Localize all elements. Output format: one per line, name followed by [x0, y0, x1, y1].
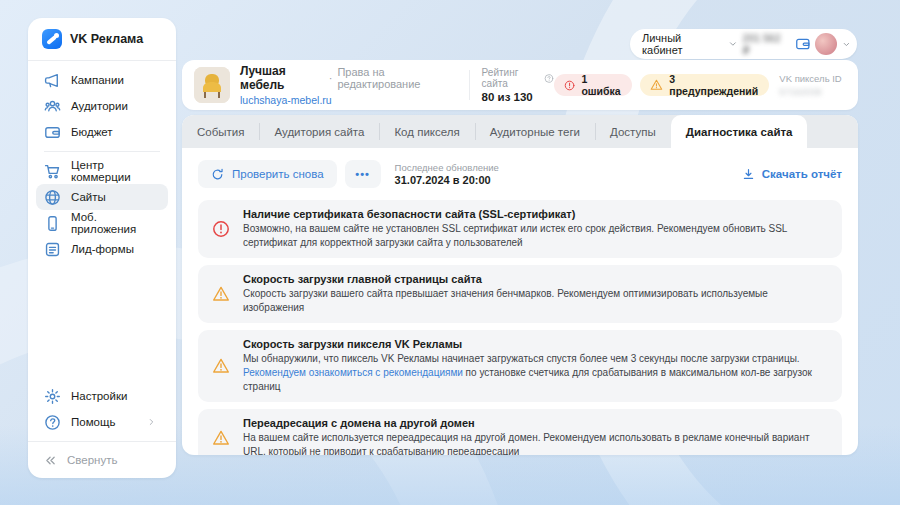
- tab-strip: События Аудитория сайта Код пикселя Ауди…: [182, 115, 858, 148]
- sidebar-item-label: Помощь: [71, 416, 115, 428]
- issue-text: Переадресация с домена на другой домен Н…: [243, 417, 828, 455]
- issue-title: Переадресация с домена на другой домен: [243, 417, 828, 429]
- status-badges: 1 ошибка 3 предупреждений: [554, 74, 769, 96]
- chevron-down-icon[interactable]: [728, 39, 738, 49]
- sidebar-item-label: Бюджет: [71, 126, 113, 138]
- refresh-icon: [211, 168, 224, 181]
- tab-site-audience[interactable]: Аудитория сайта: [259, 115, 379, 148]
- site-thumbnail: [194, 67, 230, 103]
- sidebar-item-label: Моб. приложения: [71, 211, 160, 235]
- site-rights-label: Права на редактирование: [337, 66, 456, 90]
- divider: [469, 70, 470, 100]
- lead-form-icon: [44, 241, 61, 258]
- recommendations-link[interactable]: Рекомендуем ознакомиться с рекомендациям…: [243, 367, 463, 378]
- vk-ads-app: VK Реклама Кампании Аудитории Бюджет Цен…: [0, 0, 900, 505]
- issue-body: Возможно, на вашем сайте не установлен S…: [243, 222, 828, 250]
- sidebar-item-settings[interactable]: Настройки: [36, 383, 168, 409]
- download-report-label: Скачать отчёт: [762, 168, 842, 180]
- topbar-account: Личный кабинет 201 562 ₽: [630, 29, 857, 59]
- sidebar-item-mobile-apps[interactable]: Моб. приложения: [36, 210, 168, 236]
- double-chevron-left-icon: [44, 454, 57, 467]
- tab-audience-tags[interactable]: Аудиторные теги: [475, 115, 595, 148]
- collapse-label: Свернуть: [67, 454, 117, 466]
- sidebar-item-label: Кампании: [71, 74, 124, 86]
- errors-badge-label: 1 ошибка: [581, 73, 622, 97]
- pixel-id-label: VK пиксель ID: [779, 73, 841, 84]
- issue-body: На вашем сайте используется переадресаци…: [243, 431, 828, 455]
- errors-badge[interactable]: 1 ошибка: [554, 74, 632, 96]
- issue-text: Скорость загрузки главной страницы сайта…: [243, 273, 828, 315]
- sidebar-item-budget[interactable]: Бюджет: [36, 119, 168, 145]
- tab-access[interactable]: Доступы: [595, 115, 671, 148]
- issue-title: Скорость загрузки главной страницы сайта: [243, 273, 828, 285]
- site-name: Лучшая мебель: [240, 64, 324, 92]
- wallet-icon: [44, 124, 61, 141]
- issue-pixel-load-speed[interactable]: Скорость загрузки пикселя VK Рекламы Мы …: [198, 330, 842, 402]
- gear-icon: [44, 388, 61, 405]
- brand-name: VK Реклама: [70, 32, 143, 46]
- warnings-badge-label: 3 предупреждений: [669, 73, 759, 97]
- issue-ssl-certificate[interactable]: Наличие сертификата безопасности сайта (…: [198, 200, 842, 258]
- smartphone-icon: [44, 215, 61, 232]
- cart-icon: [44, 163, 61, 180]
- warning-icon: [212, 429, 230, 447]
- diagnostics-toolbar: Проверить снова ••• Последнее обновление…: [198, 160, 842, 188]
- sidebar-item-help[interactable]: Помощь: [36, 409, 168, 435]
- rating-label: Рейтинг сайта: [482, 67, 541, 89]
- issue-domain-redirect[interactable]: Переадресация с домена на другой домен Н…: [198, 409, 842, 455]
- sidebar-item-label: Аудитории: [71, 100, 128, 112]
- more-actions-button[interactable]: •••: [345, 160, 381, 188]
- globe-icon: [44, 189, 61, 206]
- sidebar-item-label: Настройки: [71, 390, 127, 402]
- sidebar: VK Реклама Кампании Аудитории Бюджет Цен…: [28, 18, 176, 478]
- info-question-icon[interactable]: [544, 73, 554, 84]
- pixel-id-value: 57162038: [779, 86, 821, 97]
- sidebar-item-commerce-center[interactable]: Центр коммерции: [36, 158, 168, 184]
- vk-ads-logo-icon: [42, 29, 62, 49]
- issue-title: Наличие сертификата безопасности сайта (…: [243, 208, 828, 220]
- brand-logo[interactable]: VK Реклама: [28, 18, 176, 60]
- warning-icon: [650, 78, 663, 92]
- last-update-label: Последнее обновление: [395, 162, 499, 173]
- issue-text: Скорость загрузки пикселя VK Рекламы Мы …: [243, 338, 828, 394]
- rating-value: 80 из 130: [482, 91, 555, 103]
- diagnostics-panel: Проверить снова ••• Последнее обновление…: [182, 148, 858, 455]
- warnings-badge[interactable]: 3 предупреждений: [640, 74, 769, 96]
- vk-pixel-block: VK пиксель ID 57162038: [779, 73, 846, 97]
- chevron-down-icon[interactable]: [842, 40, 851, 49]
- sidebar-item-lead-forms[interactable]: Лид-формы: [36, 236, 168, 262]
- sidebar-nav: Кампании Аудитории Бюджет Центр коммерци…: [28, 61, 176, 262]
- site-url-link[interactable]: luchshaya-mebel.ru: [240, 94, 457, 106]
- sidebar-item-audiences[interactable]: Аудитории: [36, 93, 168, 119]
- collapse-sidebar-button[interactable]: Свернуть: [28, 442, 176, 478]
- check-again-button[interactable]: Проверить снова: [198, 160, 337, 188]
- main-content-card: События Аудитория сайта Код пикселя Ауди…: [182, 115, 858, 455]
- sidebar-bottom: Настройки Помощь: [28, 383, 176, 435]
- check-again-label: Проверить снова: [232, 168, 324, 180]
- chair-image: [194, 67, 230, 103]
- site-rating: Рейтинг сайта 80 из 130: [482, 67, 555, 103]
- download-icon: [742, 168, 755, 181]
- cabinet-selector[interactable]: Личный кабинет: [642, 32, 723, 56]
- site-info: Лучшая мебель · Права на редактирование …: [240, 64, 457, 106]
- tab-pixel-code[interactable]: Код пикселя: [379, 115, 474, 148]
- tab-events[interactable]: События: [182, 115, 259, 148]
- tab-site-diagnostics[interactable]: Диагностика сайта: [671, 115, 808, 148]
- last-update-value: 31.07.2024 в 20:00: [395, 174, 499, 186]
- issue-title: Скорость загрузки пикселя VK Рекламы: [243, 338, 828, 350]
- wallet-card-icon[interactable]: [795, 36, 811, 52]
- sidebar-item-campaigns[interactable]: Кампании: [36, 67, 168, 93]
- last-update: Последнее обновление 31.07.2024 в 20:00: [395, 162, 499, 186]
- megaphone-icon: [44, 72, 61, 89]
- account-balance: 201 562 ₽: [743, 32, 790, 56]
- site-header-card: Лучшая мебель · Права на редактирование …: [182, 60, 858, 110]
- sidebar-item-label: Лид-формы: [71, 243, 134, 255]
- audiences-icon: [44, 98, 61, 115]
- error-icon: [212, 220, 230, 238]
- question-circle-icon: [44, 414, 61, 431]
- issue-page-load-speed[interactable]: Скорость загрузки главной страницы сайта…: [198, 265, 842, 323]
- user-avatar[interactable]: [815, 33, 837, 55]
- sidebar-item-sites[interactable]: Сайты: [36, 184, 168, 210]
- divider: [44, 151, 160, 152]
- download-report-button[interactable]: Скачать отчёт: [742, 168, 842, 181]
